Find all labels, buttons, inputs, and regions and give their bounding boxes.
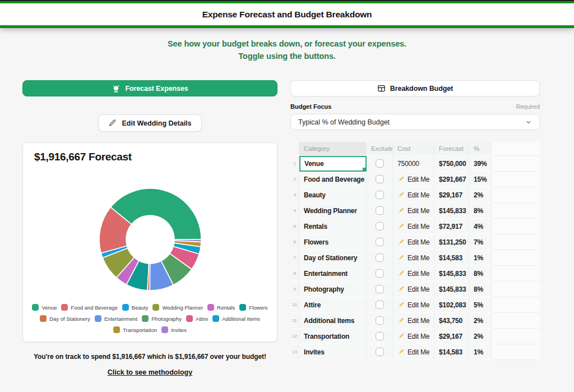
percent-cell[interactable]: 2% [469, 187, 492, 203]
exclude-checkbox[interactable] [376, 191, 384, 199]
exclude-checkbox[interactable] [376, 175, 384, 183]
exclude-checkbox[interactable] [376, 238, 384, 246]
cost-cell[interactable]: Edit Me [393, 234, 434, 250]
row-number[interactable]: 13 [290, 344, 299, 360]
percent-cell[interactable]: 1% [469, 344, 492, 360]
percent-cell[interactable]: 8% [469, 282, 492, 297]
cost-cell[interactable]: Edit Me [393, 329, 434, 344]
row-number[interactable]: 2 [290, 172, 299, 187]
row-number[interactable]: 12 [290, 329, 299, 344]
cost-cell[interactable]: Edit Me [393, 282, 434, 297]
legend-swatch [122, 304, 129, 311]
percent-cell[interactable]: 15% [469, 172, 492, 187]
column-header-percent[interactable]: % [469, 142, 492, 156]
percent-cell[interactable]: 5% [469, 297, 492, 313]
category-cell[interactable]: Wedding Planner [299, 203, 367, 219]
forecast-cell[interactable]: $29,167 [434, 329, 469, 344]
row-number[interactable]: 1 [290, 156, 299, 172]
cost-cell[interactable]: 750000 [393, 156, 434, 172]
chart-title: $1,916,667 Forecast [34, 151, 277, 163]
exclude-checkbox[interactable] [376, 159, 384, 168]
column-header-exclude[interactable]: Exclude [367, 142, 393, 156]
edit-me-label: Edit Me [408, 333, 429, 340]
category-cell[interactable]: Entertainment [299, 266, 367, 282]
column-header-cost[interactable]: Cost [393, 142, 434, 156]
percent-cell[interactable]: 39% [469, 156, 492, 172]
forecast-cell[interactable]: $291,667 [434, 172, 469, 187]
category-cell[interactable]: Transportation [299, 329, 367, 344]
forecast-cell[interactable]: $72,917 [434, 219, 469, 234]
row-number[interactable]: 11 [290, 313, 299, 329]
exclude-checkbox[interactable] [376, 253, 384, 262]
forecast-cell[interactable]: $145,833 [434, 203, 469, 219]
legend-item: Photography [142, 315, 182, 322]
cost-cell[interactable]: Edit Me [393, 266, 434, 282]
percent-cell[interactable]: 8% [469, 266, 492, 282]
budget-focus-label: Budget Focus [290, 103, 331, 110]
legend-swatch [239, 304, 246, 311]
category-cell[interactable]: Photography [299, 282, 367, 297]
budget-focus-select[interactable]: Typical % of Wedding Budget [290, 114, 540, 130]
row-number[interactable]: 5 [290, 219, 299, 234]
category-cell[interactable]: Food and Beverage [299, 172, 367, 187]
row-number[interactable]: 9 [290, 282, 299, 297]
category-cell[interactable]: Invites [299, 344, 367, 360]
percent-cell[interactable]: 7% [469, 234, 492, 250]
column-header-category[interactable]: Category [299, 142, 367, 156]
row-number[interactable]: 8 [290, 266, 299, 282]
forecast-cell[interactable]: $14,583 [434, 250, 469, 266]
exclude-cell [367, 234, 393, 250]
exclude-cell [367, 203, 393, 219]
forecast-cell[interactable]: $750,000 [434, 156, 469, 172]
category-cell[interactable]: Attire [299, 297, 367, 313]
exclude-checkbox[interactable] [376, 316, 384, 325]
forecast-cell[interactable]: $14,583 [434, 344, 469, 360]
category-cell[interactable]: Beauty [299, 187, 367, 203]
cost-cell[interactable]: Edit Me [393, 313, 434, 329]
row-number[interactable]: 7 [290, 250, 299, 266]
forecast-cell[interactable]: $145,833 [434, 266, 469, 282]
legend-swatch [161, 326, 168, 333]
row-number[interactable]: 3 [290, 187, 299, 203]
category-cell[interactable]: Flowers [299, 234, 367, 250]
forecast-cell[interactable]: $102,083 [434, 297, 469, 313]
pencil-yellow-icon [397, 333, 405, 340]
exclude-checkbox[interactable] [376, 222, 384, 230]
cost-cell[interactable]: Edit Me [393, 203, 434, 219]
cost-cell[interactable]: Edit Me [393, 172, 434, 187]
cost-cell[interactable]: Edit Me [393, 187, 434, 203]
percent-cell[interactable]: 4% [469, 219, 492, 234]
cost-cell[interactable]: Edit Me [393, 344, 434, 360]
forecast-cell[interactable]: $29,167 [434, 187, 469, 203]
category-cell[interactable]: Venue [299, 156, 367, 172]
row-number[interactable]: 4 [290, 203, 299, 219]
edit-me-label: Edit Me [408, 270, 429, 278]
forecast-cell[interactable]: $43,750 [434, 313, 469, 329]
category-cell[interactable]: Additional Items [299, 313, 367, 329]
cost-cell[interactable]: Edit Me [393, 297, 434, 313]
cost-cell[interactable]: Edit Me [393, 250, 434, 266]
breakdown-budget-button[interactable]: Breakdown Budget [290, 80, 540, 96]
forecast-cell[interactable]: $145,833 [434, 282, 469, 297]
forecast-cell[interactable]: $131,250 [434, 234, 469, 250]
column-header-forecast[interactable]: Forecast [434, 142, 469, 156]
percent-cell[interactable]: 2% [469, 313, 492, 329]
exclude-checkbox[interactable] [376, 206, 384, 215]
percent-cell[interactable]: 2% [469, 329, 492, 344]
exclude-checkbox[interactable] [376, 301, 384, 309]
percent-cell[interactable]: 8% [469, 203, 492, 219]
cost-cell[interactable]: Edit Me [393, 219, 434, 234]
exclude-checkbox[interactable] [376, 332, 384, 340]
exclude-checkbox[interactable] [376, 269, 384, 278]
edit-wedding-details-button[interactable]: Edit Wedding Details [98, 114, 201, 132]
row-number[interactable]: 6 [290, 234, 299, 250]
forecast-expenses-button[interactable]: Forecast Expenses [22, 80, 277, 96]
exclude-checkbox[interactable] [376, 285, 384, 293]
methodology-link[interactable]: Click to see methodology [108, 368, 192, 376]
exclude-checkbox[interactable] [376, 348, 384, 356]
percent-cell[interactable]: 1% [469, 250, 492, 266]
pencil-yellow-icon [397, 285, 405, 293]
category-cell[interactable]: Day of Stationery [299, 250, 367, 266]
category-cell[interactable]: Rentals [299, 219, 367, 234]
row-number[interactable]: 10 [290, 297, 299, 313]
